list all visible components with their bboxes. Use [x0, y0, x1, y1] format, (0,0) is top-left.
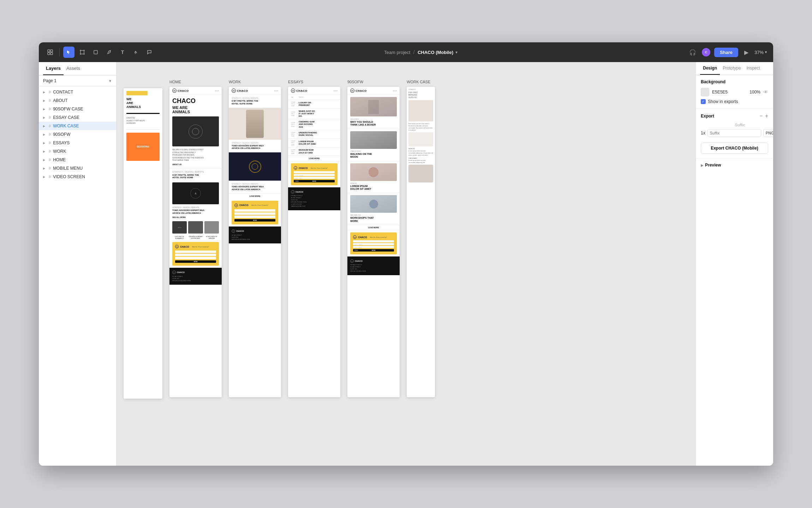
color-swatch[interactable]: [701, 88, 709, 96]
frame-home-label: HOME: [169, 80, 181, 84]
frame-essays-label: ESSAYS: [288, 80, 303, 84]
partial-frame: WEAREANIMALS CREATIVEAGENCY THAT HELPSAG…: [124, 88, 162, 399]
toolbar: T Team project / CHACO (Mobile) ▼ 🎧: [39, 42, 773, 62]
breadcrumb-project: Team project: [384, 50, 410, 55]
layer-video-screen[interactable]: ▶ # VIDEO SCREEN: [39, 173, 116, 181]
headphones-btn[interactable]: 🎧: [687, 47, 698, 58]
expand-icon: ▶: [43, 125, 47, 128]
export-button[interactable]: Export CHACO (Mobile): [701, 143, 768, 154]
frame-work-case-label: WORK CASE: [407, 80, 430, 84]
frame-90sofw: 90SOFW co CHACO: [347, 80, 400, 397]
mf-work-header: co CHACO: [229, 87, 281, 95]
page-selector[interactable]: Page 1 ▼: [39, 75, 116, 86]
hash-icon: #: [49, 124, 51, 128]
layer-90sofw-case[interactable]: ▶ # 90SOFW CASE: [39, 105, 116, 113]
preview-header[interactable]: ▶ Preview: [701, 163, 768, 168]
hash-icon: #: [49, 149, 51, 153]
expand-icon: ▶: [43, 158, 47, 162]
export-suffix-input[interactable]: [707, 129, 761, 137]
expand-icon: ▶: [43, 116, 47, 119]
layer-home[interactable]: ▶ # HOME: [39, 156, 116, 164]
text-tool[interactable]: T: [117, 47, 128, 58]
svg-rect-2: [48, 53, 50, 55]
co-logo-essays: co: [291, 89, 295, 93]
menu-dots-90sofw: [393, 90, 397, 91]
tab-prototype[interactable]: Prototype: [720, 62, 744, 75]
hash-icon: #: [49, 90, 51, 94]
export-plus-btn[interactable]: +: [765, 113, 768, 119]
component-tool[interactable]: [44, 47, 56, 58]
breadcrumb-separator: /: [413, 49, 414, 55]
tab-assets[interactable]: Assets: [64, 62, 83, 75]
expand-icon: ▶: [43, 175, 47, 179]
frame-work-case: WORK CASE STRATEGY H BY FRETBRINGINGSUIT…: [407, 80, 435, 397]
canvas[interactable]: WEAREANIMALS CREATIVEAGENCY THAT HELPSAG…: [117, 62, 695, 466]
mf-90sofw-header: co CHACO: [347, 87, 400, 95]
export-title: Export: [701, 114, 714, 119]
tab-inspect[interactable]: Inspect: [744, 62, 763, 75]
panel-tabs: Design Prototype Inspect: [696, 62, 773, 75]
color-hex[interactable]: E5E5E5: [712, 90, 747, 95]
co-logo-icon: co: [172, 89, 177, 93]
frame-essays: ESSAYS co CHACO CA PAPER: [288, 80, 340, 397]
frame-home: HOME co CHACO CHACO: [169, 80, 222, 397]
mf-home-header: co CHACO: [169, 87, 222, 95]
mobile-frame-90sofw: co CHACO JON COHEN WHY YOU SHOULDT: [347, 87, 400, 397]
export-header: Export − +: [701, 113, 768, 119]
move-tool[interactable]: [63, 47, 74, 58]
expand-icon: ▶: [43, 133, 47, 136]
hash-icon: #: [49, 166, 51, 170]
svg-rect-13: [94, 50, 97, 54]
sidebar-tabs: Layers Assets: [39, 62, 116, 75]
play-btn[interactable]: ▶: [741, 47, 752, 58]
hash-icon: #: [49, 107, 51, 111]
show-in-exports-row: ✓ Show in exports: [701, 99, 768, 104]
layer-essay-case[interactable]: ▶ # ESSAY CASE: [39, 113, 116, 122]
layer-essays[interactable]: ▶ # ESSAYS: [39, 139, 116, 147]
toolbar-right: 🎧 C Share ▶ 37% ▼: [687, 47, 768, 58]
opacity-value[interactable]: 100%: [750, 90, 760, 95]
expand-icon: ▶: [43, 91, 47, 94]
hash-icon: #: [49, 115, 51, 120]
share-button[interactable]: Share: [714, 48, 738, 57]
show-in-exports-checkbox[interactable]: ✓: [701, 99, 706, 104]
work-case-partial-frame: STRATEGY H BY FRETBRINGINGSUITE HO Duis …: [407, 87, 435, 397]
hand-tool[interactable]: [130, 47, 142, 58]
zoom-control[interactable]: 37% ▼: [754, 50, 768, 55]
layer-90sofw[interactable]: ▶ # 90SOFW: [39, 130, 116, 139]
co-logo-90sofw: co: [350, 89, 354, 93]
frame-tool[interactable]: [77, 47, 88, 58]
avatar-btn[interactable]: C: [701, 47, 711, 58]
layer-work-case[interactable]: ▶ # WORK CASE: [39, 122, 116, 130]
co-logo-work: co: [232, 89, 236, 93]
toolbar-center: Team project / CHACO (Mobile) ▼: [158, 49, 685, 55]
frame-90sofw-label: 90SOFW: [347, 80, 363, 84]
pen-tool[interactable]: [103, 47, 115, 58]
mobile-frame-essays: co CHACO CA PAPER ESSAYPROJSTA: [288, 87, 340, 397]
menu-dots-work: [274, 90, 278, 91]
export-section: Export − + Suffix 1x PNG: [696, 109, 773, 158]
background-title: Background: [701, 79, 768, 84]
visibility-icon[interactable]: 👁: [763, 89, 768, 95]
comment-tool[interactable]: [144, 47, 155, 58]
check-icon: ✓: [702, 100, 705, 103]
shape-tool[interactable]: [90, 47, 101, 58]
hash-icon: #: [49, 132, 51, 137]
layer-work[interactable]: ▶ # WORK: [39, 147, 116, 156]
layer-contact[interactable]: ▶ # CONTACT: [39, 88, 116, 96]
suffix-column-label: Suffix: [701, 123, 768, 127]
expand-icon: ▶: [43, 150, 47, 153]
layer-about[interactable]: ▶ # ABOUT: [39, 96, 116, 105]
export-format-select[interactable]: PNG ▼: [763, 129, 773, 137]
preview-chevron-icon: ▶: [701, 163, 704, 167]
separator: [59, 48, 60, 56]
export-minus-btn[interactable]: −: [759, 113, 763, 119]
expand-icon: ▶: [43, 99, 47, 102]
tab-layers[interactable]: Layers: [43, 62, 64, 75]
show-in-exports-label: Show in exports: [708, 99, 738, 104]
project-name[interactable]: CHACO (Mobile) ▼: [418, 50, 458, 55]
export-row: 1x PNG ▼ ···: [701, 129, 768, 137]
hash-icon: #: [49, 141, 51, 145]
layer-mobile-menu[interactable]: ▶ # MOBILE MENU: [39, 164, 116, 173]
tab-design[interactable]: Design: [700, 62, 720, 75]
